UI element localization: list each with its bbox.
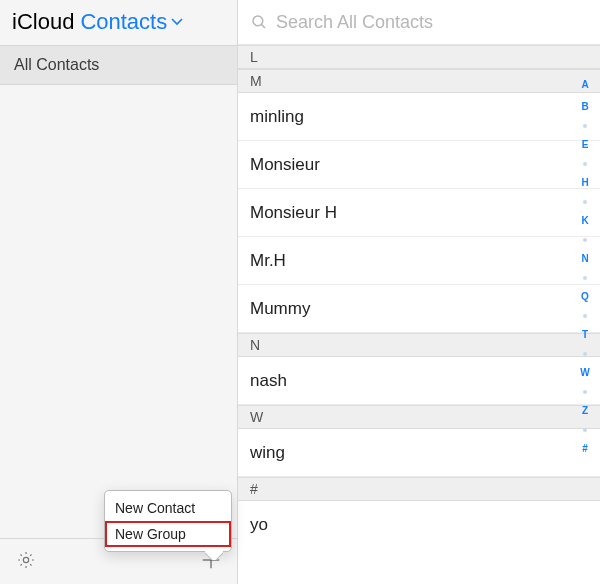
contact-row[interactable]: nash xyxy=(238,357,600,405)
section-header: M xyxy=(238,69,600,93)
app-root: iCloud Contacts All Contacts xyxy=(0,0,600,584)
sidebar-footer: New Contact New Group xyxy=(0,538,237,584)
sidebar-header: iCloud Contacts xyxy=(0,0,237,45)
contact-row[interactable]: Monsieur xyxy=(238,141,600,189)
contact-row[interactable]: wing xyxy=(238,429,600,477)
alpha-index: ABEHKNQTWZ# xyxy=(576,80,594,454)
alpha-index-letter[interactable]: K xyxy=(581,216,588,226)
contact-list: LMminlingMonsieurMonsieur HMr.HMummyNnas… xyxy=(238,45,600,584)
app-title: iCloud xyxy=(12,9,74,35)
alpha-dot xyxy=(583,124,587,128)
sidebar-item-all-contacts[interactable]: All Contacts xyxy=(0,45,237,85)
alpha-dot xyxy=(583,276,587,280)
alpha-index-letter[interactable]: T xyxy=(582,330,588,340)
alpha-index-letter[interactable]: # xyxy=(582,444,588,454)
contacts-dropdown[interactable]: Contacts xyxy=(80,9,183,35)
alpha-index-letter[interactable]: W xyxy=(580,368,589,378)
alpha-index-letter[interactable]: A xyxy=(581,80,588,90)
svg-point-3 xyxy=(253,16,263,26)
section-header: N xyxy=(238,333,600,357)
search-bar xyxy=(238,0,600,45)
main-panel: LMminlingMonsieurMonsieur HMr.HMummyNnas… xyxy=(238,0,600,584)
search-icon xyxy=(250,13,268,31)
menu-item-new-group[interactable]: New Group xyxy=(105,521,231,547)
contact-row[interactable]: yo xyxy=(238,501,600,549)
alpha-dot xyxy=(583,200,587,204)
alpha-dot xyxy=(583,162,587,166)
section-header: L xyxy=(238,45,600,69)
sidebar-spacer xyxy=(0,85,237,538)
alpha-dot xyxy=(583,352,587,356)
section-header: W xyxy=(238,405,600,429)
alpha-index-letter[interactable]: N xyxy=(581,254,588,264)
alpha-dot xyxy=(583,390,587,394)
settings-button[interactable] xyxy=(12,548,40,576)
svg-line-4 xyxy=(261,24,265,28)
alpha-index-letter[interactable]: E xyxy=(582,140,589,150)
alpha-index-letter[interactable]: Z xyxy=(582,406,588,416)
contact-row[interactable]: Mummy xyxy=(238,285,600,333)
search-input[interactable] xyxy=(276,12,588,33)
sidebar: iCloud Contacts All Contacts xyxy=(0,0,238,584)
contact-row[interactable]: Mr.H xyxy=(238,237,600,285)
contact-row[interactable]: minling xyxy=(238,93,600,141)
menu-item-new-contact[interactable]: New Contact xyxy=(105,495,231,521)
contact-row[interactable]: Monsieur H xyxy=(238,189,600,237)
add-menu-popover: New Contact New Group xyxy=(104,490,232,552)
alpha-dot xyxy=(583,238,587,242)
alpha-dot xyxy=(583,314,587,318)
gear-icon xyxy=(16,550,36,574)
alpha-index-letter[interactable]: H xyxy=(581,178,588,188)
svg-point-0 xyxy=(23,557,28,562)
chevron-down-icon xyxy=(171,18,183,26)
alpha-index-letter[interactable]: B xyxy=(581,102,588,112)
popover-caret xyxy=(205,550,223,560)
dropdown-label: Contacts xyxy=(80,9,167,35)
alpha-dot xyxy=(583,428,587,432)
alpha-index-letter[interactable]: Q xyxy=(581,292,589,302)
section-header: # xyxy=(238,477,600,501)
